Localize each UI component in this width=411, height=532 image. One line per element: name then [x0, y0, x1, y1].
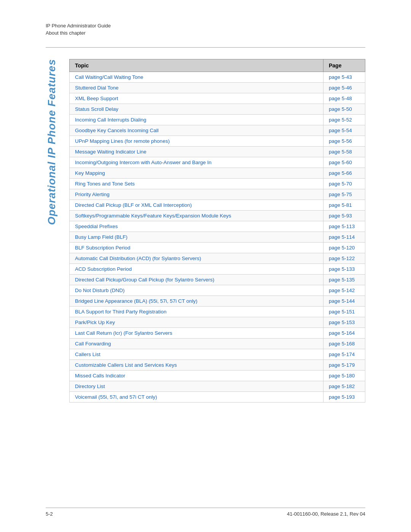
table-cell-topic[interactable]: BLA Support for Third Party Registration: [70, 307, 323, 317]
header-line1: IP Phone Administrator Guide: [46, 23, 365, 29]
table-cell-topic[interactable]: Automatic Call Distribution (ACD) (for S…: [70, 253, 323, 264]
table-cell-topic[interactable]: BLF Subscription Period: [70, 243, 323, 253]
table-row: XML Beep Supportpage 5-48: [70, 93, 365, 104]
table-cell-page[interactable]: page 5-50: [323, 104, 365, 115]
table-cell-page[interactable]: page 5-75: [323, 189, 365, 200]
table-cell-page[interactable]: page 5-193: [323, 392, 365, 403]
table-cell-page[interactable]: page 5-113: [323, 221, 365, 232]
table-cell-page[interactable]: page 5-52: [323, 115, 365, 125]
table-cell-topic[interactable]: Priority Alerting: [70, 189, 323, 200]
table-cell-topic[interactable]: Customizable Callers List and Services K…: [70, 360, 323, 371]
table-cell-page[interactable]: page 5-46: [323, 83, 365, 93]
side-title: Operational IP Phone Features: [46, 59, 58, 233]
table-row: Automatic Call Distribution (ACD) (for S…: [70, 253, 365, 264]
table-row: Ring Tones and Tone Setspage 5-70: [70, 179, 365, 189]
table-row: Callers Listpage 5-174: [70, 349, 365, 360]
table-cell-page[interactable]: page 5-133: [323, 264, 365, 275]
table-row: Call Waiting/Call Waiting Tonepage 5-43: [70, 72, 365, 83]
header-line2: About this chapter: [46, 30, 365, 36]
table-cell-topic[interactable]: Busy Lamp Field (BLF): [70, 232, 323, 243]
table-cell-page[interactable]: page 5-142: [323, 285, 365, 296]
table-cell-topic[interactable]: Park/Pick Up Key: [70, 317, 323, 328]
table-cell-topic[interactable]: XML Beep Support: [70, 93, 323, 104]
table-cell-page[interactable]: page 5-48: [323, 93, 365, 104]
table-cell-page[interactable]: page 5-122: [323, 253, 365, 264]
table-cell-page[interactable]: page 5-70: [323, 179, 365, 189]
table-cell-topic[interactable]: UPnP Mapping Lines (for remote phones): [70, 136, 323, 147]
table-cell-page[interactable]: page 5-58: [323, 147, 365, 157]
table-cell-page[interactable]: page 5-182: [323, 381, 365, 392]
table-cell-page[interactable]: page 5-66: [323, 168, 365, 179]
table-row: Directory Listpage 5-182: [70, 381, 365, 392]
table-cell-topic[interactable]: ACD Subscription Period: [70, 264, 323, 275]
table-row: Last Call Return (lcr) (For Sylantro Ser…: [70, 328, 365, 339]
table-row: Directed Call Pickup (BLF or XML Call In…: [70, 200, 365, 211]
table-cell-topic[interactable]: Speeddial Prefixes: [70, 221, 323, 232]
table-cell-page[interactable]: page 5-135: [323, 275, 365, 285]
table-row: Do Not Disturb (DND)page 5-142: [70, 285, 365, 296]
table-cell-page[interactable]: page 5-120: [323, 243, 365, 253]
table-cell-page[interactable]: page 5-54: [323, 125, 365, 136]
table-cell-page[interactable]: page 5-144: [323, 296, 365, 307]
content-table: Topic Page Call Waiting/Call Waiting Ton…: [69, 59, 365, 403]
table-cell-topic[interactable]: Incoming Call Interrupts Dialing: [70, 115, 323, 125]
table-cell-topic[interactable]: Goodbye Key Cancels Incoming Call: [70, 125, 323, 136]
table-cell-page[interactable]: page 5-93: [323, 211, 365, 221]
table-row: Customizable Callers List and Services K…: [70, 360, 365, 371]
table-cell-topic[interactable]: Voicemail (55i, 57i, and 57i CT only): [70, 392, 323, 403]
table-cell-topic[interactable]: Incoming/Outgoing Intercom with Auto-Ans…: [70, 157, 323, 168]
table-cell-page[interactable]: page 5-153: [323, 317, 365, 328]
table-cell-topic[interactable]: Directed Call Pickup/Group Call Pickup (…: [70, 275, 323, 285]
table-body: Call Waiting/Call Waiting Tonepage 5-43S…: [70, 72, 365, 403]
table-cell-topic[interactable]: Directory List: [70, 381, 323, 392]
table-cell-page[interactable]: page 5-151: [323, 307, 365, 317]
table-row: BLA Support for Third Party Registration…: [70, 307, 365, 317]
table-cell-topic[interactable]: Status Scroll Delay: [70, 104, 323, 115]
table-row: Voicemail (55i, 57i, and 57i CT only)pag…: [70, 392, 365, 403]
header: IP Phone Administrator Guide About this …: [0, 0, 411, 43]
table-row: Priority Alertingpage 5-75: [70, 189, 365, 200]
table-row: Softkeys/Programmable Keys/Feature Keys/…: [70, 211, 365, 221]
table-cell-topic[interactable]: Missed Calls Indicator: [70, 371, 323, 381]
table-cell-topic[interactable]: Softkeys/Programmable Keys/Feature Keys/…: [70, 211, 323, 221]
table-cell-page[interactable]: page 5-180: [323, 371, 365, 381]
table-cell-topic[interactable]: Directed Call Pickup (BLF or XML Call In…: [70, 200, 323, 211]
table-cell-page[interactable]: page 5-56: [323, 136, 365, 147]
table-cell-topic[interactable]: Key Mapping: [70, 168, 323, 179]
table-cell-topic[interactable]: Message Waiting Indicator Line: [70, 147, 323, 157]
table-header-row: Topic Page: [70, 59, 365, 72]
table-cell-topic[interactable]: Ring Tones and Tone Sets: [70, 179, 323, 189]
table-row: Key Mappingpage 5-66: [70, 168, 365, 179]
footer: 5-2 41-001160-00, Release 2.1, Rev 04: [46, 508, 365, 517]
table-row: Speeddial Prefixespage 5-113: [70, 221, 365, 232]
table-row: Directed Call Pickup/Group Call Pickup (…: [70, 275, 365, 285]
table-cell-page[interactable]: page 5-114: [323, 232, 365, 243]
footer-left: 5-2: [46, 511, 53, 517]
page-container: IP Phone Administrator Guide About this …: [0, 0, 411, 532]
table-row: Status Scroll Delaypage 5-50: [70, 104, 365, 115]
table-cell-page[interactable]: page 5-81: [323, 200, 365, 211]
table-cell-page[interactable]: page 5-174: [323, 349, 365, 360]
table-row: UPnP Mapping Lines (for remote phones)pa…: [70, 136, 365, 147]
table-row: Bridged Line Appearance (BLA) (55i, 57i,…: [70, 296, 365, 307]
col-topic-header: Topic: [70, 59, 323, 72]
table-cell-page[interactable]: page 5-60: [323, 157, 365, 168]
table-cell-page[interactable]: page 5-164: [323, 328, 365, 339]
table-cell-topic[interactable]: Callers List: [70, 349, 323, 360]
table-row: BLF Subscription Periodpage 5-120: [70, 243, 365, 253]
table-container: Topic Page Call Waiting/Call Waiting Ton…: [69, 59, 365, 403]
table-cell-topic[interactable]: Call Waiting/Call Waiting Tone: [70, 72, 323, 83]
table-row: Busy Lamp Field (BLF)page 5-114: [70, 232, 365, 243]
table-cell-topic[interactable]: Bridged Line Appearance (BLA) (55i, 57i,…: [70, 296, 323, 307]
table-cell-topic[interactable]: Last Call Return (lcr) (For Sylantro Ser…: [70, 328, 323, 339]
table-row: Missed Calls Indicatorpage 5-180: [70, 371, 365, 381]
table-row: Park/Pick Up Keypage 5-153: [70, 317, 365, 328]
table-cell-topic[interactable]: Do Not Disturb (DND): [70, 285, 323, 296]
table-cell-topic[interactable]: Call Forwarding: [70, 339, 323, 349]
table-cell-page[interactable]: page 5-43: [323, 72, 365, 83]
table-row: Goodbye Key Cancels Incoming Callpage 5-…: [70, 125, 365, 136]
table-cell-page[interactable]: page 5-168: [323, 339, 365, 349]
table-cell-page[interactable]: page 5-179: [323, 360, 365, 371]
table-cell-topic[interactable]: Stuttered Dial Tone: [70, 83, 323, 93]
table-row: Call Forwardingpage 5-168: [70, 339, 365, 349]
